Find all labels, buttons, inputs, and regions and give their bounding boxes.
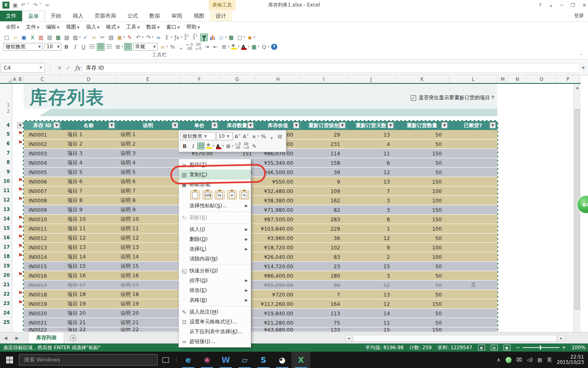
cell[interactable]: IN0011	[24, 224, 61, 233]
cell[interactable]: 39	[301, 168, 347, 177]
cell[interactable]: 180	[301, 271, 347, 280]
start-button[interactable]	[0, 352, 19, 368]
cell[interactable]	[449, 186, 497, 195]
cell[interactable]: 说明 2	[116, 139, 180, 148]
cell[interactable]: IN0002	[24, 139, 61, 148]
select-all-icon[interactable]	[7, 78, 12, 83]
inventory-table[interactable]: 库存 ID▼名称▼说明▼单价▼库存数量▼库存价值▼重新订货级别▼重新订货天数▼重…	[24, 121, 497, 332]
cell[interactable]: 2	[347, 252, 395, 261]
menu-item-超链接[interactable]: ∞超链接(I)...	[179, 337, 251, 346]
grid-area[interactable]: 库存列表 ✓ 是否突出显示要重新订货的项目？ ▼ ⚑⚑⚑⚑⚑⚑⚑⚑⚑⚑⚑⚑⚑ 库…	[12, 84, 581, 332]
security-orb-icon[interactable]	[506, 357, 512, 363]
cut-icon[interactable]: ✂	[99, 34, 107, 41]
cell[interactable]: 29	[301, 130, 347, 139]
filter-icon[interactable]	[200, 34, 208, 41]
insert-function-icon[interactable]: ƒx	[75, 65, 80, 71]
font-color-icon[interactable]: A	[215, 142, 223, 150]
row-header-4[interactable]: 4	[7, 122, 10, 128]
cell[interactable]: 项目 20	[61, 309, 116, 318]
column-header-K[interactable]: K	[395, 76, 449, 83]
cell[interactable]: 113	[301, 309, 347, 318]
cell[interactable]: ¥55,290.00	[255, 280, 301, 289]
row-header-22[interactable]: 22	[3, 291, 10, 297]
help-icon[interactable]: ?	[270, 43, 278, 51]
zoom-slider[interactable]: − +	[516, 345, 566, 350]
cell[interactable]: 15	[347, 262, 395, 271]
menu-插入[interactable]: 插入▼	[84, 23, 102, 31]
cell[interactable]: 说明 5	[116, 168, 180, 177]
cell[interactable]: 项目 7	[61, 186, 116, 195]
cell[interactable]: 是	[449, 280, 497, 289]
menu-文件[interactable]: 文件▼	[23, 23, 42, 31]
table-row[interactable]: IN0015项目 15说明 15¥14,720.00231550	[24, 262, 497, 271]
menu-item-选择[interactable]: 选择(L)▶	[179, 244, 251, 254]
sheet-tab-inventory[interactable]: 库存列表	[28, 332, 64, 343]
underline-icon[interactable]: U	[80, 43, 87, 51]
cell[interactable]: 98	[301, 280, 347, 289]
format-painter-icon[interactable]: ✎	[251, 142, 258, 150]
filter-icon[interactable]: ▼	[53, 122, 60, 128]
cell[interactable]	[449, 328, 497, 332]
row-header-2[interactable]: 2	[7, 108, 10, 114]
filter-icon[interactable]: ▼	[339, 122, 345, 128]
menu-工具[interactable]: 工具▼	[124, 23, 142, 31]
cell[interactable]: 3	[347, 196, 395, 205]
cell[interactable]: 说明 16	[116, 271, 180, 280]
bold-icon[interactable]: B	[181, 142, 188, 150]
page-break-view-icon[interactable]: ▣	[503, 345, 510, 350]
cell[interactable]: 项目 8	[61, 196, 116, 205]
table-row[interactable]: IN0007项目 7说明 7¥32,480.001097100	[24, 186, 497, 196]
menu-item-清除内容[interactable]: 清除内容(N)	[179, 254, 251, 264]
cell[interactable]: 229	[301, 224, 347, 233]
cell[interactable]: 231	[301, 139, 347, 148]
ime-indicator[interactable]: 英	[547, 357, 552, 364]
cell[interactable]: 100	[395, 252, 449, 261]
spelling-icon[interactable]: ✓	[82, 34, 89, 41]
cell[interactable]: 项目 10	[61, 215, 116, 224]
cell[interactable]: 说明 3	[116, 149, 180, 158]
cell[interactable]: ¥35,340.00	[255, 158, 301, 167]
cell[interactable]: ¥720.00	[255, 290, 301, 299]
cell[interactable]: 项目 9	[61, 205, 116, 214]
cell[interactable]	[449, 299, 497, 308]
cell[interactable]: 13	[347, 290, 395, 299]
menu-item-删除[interactable]: 删除(D)▶	[179, 234, 251, 244]
cell[interactable]: ¥46,500.00	[255, 168, 301, 177]
column-headers[interactable]: ABCDEFGHIJKLMNOP	[0, 76, 581, 84]
cell[interactable]: 50	[395, 271, 449, 280]
menu-全部[interactable]: 全部▼	[3, 23, 22, 31]
cell[interactable]: 6	[347, 158, 395, 167]
row-header-18[interactable]: 18	[3, 254, 10, 259]
cell[interactable]	[449, 271, 497, 280]
table-header-5[interactable]: 库存数量▼	[219, 121, 255, 130]
cell[interactable]: 项目 22	[61, 328, 116, 332]
cell[interactable]: 8	[347, 215, 395, 224]
cell[interactable]: 项目 5	[61, 168, 116, 177]
cell[interactable]: ¥14,720.00	[255, 262, 301, 271]
decrease-decimal-icon[interactable]: .00→.0	[194, 43, 202, 51]
cell[interactable]: 12	[347, 233, 395, 242]
format-as-table-icon[interactable]: ▦	[250, 43, 258, 51]
fill-color-icon[interactable]	[230, 43, 238, 51]
cell[interactable]: 100	[395, 196, 449, 205]
paste-formatting-icon[interactable]: %	[239, 191, 249, 200]
sort-za-icon[interactable]: Z↓A	[192, 34, 199, 41]
merge-icon[interactable]: ⊟	[276, 132, 284, 140]
cancel-icon[interactable]: ✕	[57, 65, 62, 71]
collapse-ribbon-icon[interactable]: ⌃	[580, 53, 583, 58]
table-header-10[interactable]: 已断货?▼	[449, 121, 497, 130]
font-color-icon[interactable]: A	[240, 43, 248, 51]
cell[interactable]: IN0009	[24, 205, 61, 214]
cell[interactable]: 说明 15	[116, 262, 180, 271]
accounting-format-icon[interactable]: ¤	[250, 132, 258, 140]
warning-icon[interactable]: ◆	[246, 34, 254, 41]
task-view-icon[interactable]	[158, 352, 174, 368]
cell[interactable]: 说明 10	[116, 215, 180, 224]
cell[interactable]: 项目 14	[61, 252, 116, 261]
cell[interactable]: ¥43,680.00	[255, 328, 301, 332]
ribbon-tab-审阅[interactable]: 审阅	[166, 11, 188, 21]
cell[interactable]: ¥71,980.00	[255, 205, 301, 214]
merge-cells-icon[interactable]: ⊞	[114, 43, 122, 51]
format-painter-icon[interactable]: ✎	[126, 34, 134, 41]
qq-icon[interactable]: ◕	[273, 352, 292, 368]
